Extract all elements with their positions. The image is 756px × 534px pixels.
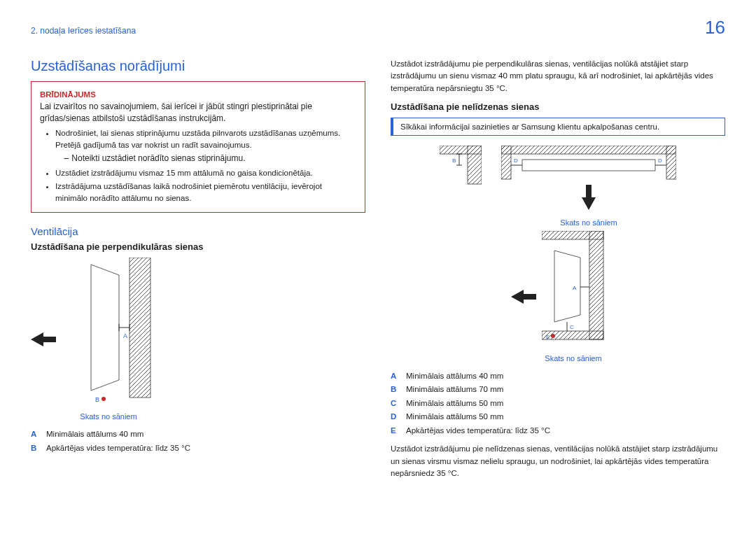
legend-1-b: B Apkārtējas vides temperatūra: līdz 35 …: [31, 442, 365, 456]
figure-2-label-b: B: [452, 157, 456, 164]
section-title: Uzstādīšanas norādījumi: [31, 58, 365, 74]
svg-rect-0: [130, 258, 150, 398]
arrow-down-icon: [582, 186, 596, 214]
indented-heading: Uzstādīšana pie nelīdzenas sienas: [391, 101, 725, 112]
figure-2-label-d1: D: [514, 157, 518, 164]
legend-2-d-text: Minimālais attālums 50 mm: [406, 410, 503, 424]
legend-2-d: DMinimālais attālums 50 mm: [391, 410, 725, 424]
figure-1: A B Skats no sāniem: [63, 258, 154, 421]
right-column: Uzstādot izstrādājumu pie perpendikulāra…: [391, 58, 725, 482]
warning-intro: Lai izvairītos no savainojumiem, šai ier…: [40, 101, 356, 125]
figure-2-label-c: C: [570, 324, 574, 330]
legend-2-e-text: Apkārtējas vides temperatūra: līdz 35 °C: [406, 424, 550, 438]
figure-2-label-d2: D: [658, 157, 662, 164]
legend-2-c-key: C: [391, 397, 400, 411]
legend-2-c: CMinimālais attālums 50 mm: [391, 397, 725, 411]
arrow-left-icon-2: [511, 290, 536, 304]
legend-2-a-key: A: [391, 370, 400, 384]
figure-1-caption: Skats no sāniem: [63, 412, 154, 421]
figure-2-side: B: [440, 146, 482, 186]
figure-1-label-b: B: [95, 396, 99, 403]
svg-marker-1: [91, 265, 119, 391]
figure-2-label-e: E: [546, 334, 550, 340]
figure-2-side-caption: Skats no sāniem: [545, 354, 601, 363]
ventilation-heading: Ventilācija: [31, 225, 365, 237]
warning-sub-bullet: Noteikti uzstādiet norādīto sienas stipr…: [55, 153, 356, 164]
figure-2-container: B D D: [391, 146, 725, 363]
warning-box: BRĪDINĀJUMS Lai izvairītos no savainojum…: [31, 81, 365, 213]
warning-bullet-1: Nodrošiniet, lai sienas stiprinājumu uzs…: [55, 127, 356, 150]
legend-2-a: AMinimālais attālums 40 mm: [391, 370, 725, 384]
legend-1-a-key: A: [31, 428, 41, 442]
svg-rect-11: [501, 146, 676, 154]
right-intro: Uzstādot izstrādājumu pie perpendikulāra…: [391, 58, 725, 94]
figure-2-side-svg: A C E: [542, 231, 605, 350]
page-number: 16: [705, 17, 725, 38]
info-box: Sīkākai informācijai sazinieties ar Sams…: [391, 118, 725, 136]
legend-1: A Minimālais attālums 40 mm B Apkārtējas…: [31, 428, 365, 455]
left-column: Uzstādīšanas norādījumi BRĪDINĀJUMS Lai …: [31, 58, 365, 482]
svg-point-23: [551, 334, 555, 338]
legend-2-c-text: Minimālais attālums 50 mm: [406, 397, 503, 411]
warning-label: BRĪDINĀJUMS: [40, 89, 356, 101]
figure-1-row: A B Skats no sāniem: [31, 258, 365, 421]
legend-2-d-key: D: [391, 410, 400, 424]
svg-rect-13: [666, 146, 676, 179]
figure-2-bottom-row: A C E Skats no sāniem: [511, 231, 605, 363]
figure-2-label-a: A: [573, 285, 577, 291]
svg-marker-20: [554, 251, 580, 322]
figure-2-plan: D D Skats no sāniem: [501, 146, 676, 227]
warning-bullet-3: Izstrādājuma uzstādīšanas laikā nodrošin…: [55, 181, 356, 204]
legend-2-b-key: B: [391, 383, 400, 397]
legend-2-e: EApkārtējas vides temperatūra: līdz 35 °…: [391, 424, 725, 438]
legend-1-b-text: Apkārtējas vides temperatūra: līdz 35 °C: [46, 442, 190, 456]
legend-2-b-text: Minimālais attālums 70 mm: [406, 383, 503, 397]
svg-rect-7: [468, 146, 482, 184]
chapter-label: 2. nodaļa Ierīces iestatīšana: [31, 26, 136, 36]
legend-2-e-key: E: [391, 424, 400, 438]
right-outro: Uzstādot izstrādājumu pie nelīdzenas sie…: [391, 443, 725, 479]
figure-2-top-row: B D D: [440, 146, 676, 227]
arrow-left-icon: [31, 332, 56, 346]
figure-2-plan-caption: Skats no sāniem: [560, 218, 617, 227]
svg-rect-18: [589, 231, 603, 339]
legend-2-b: BMinimālais attālums 70 mm: [391, 383, 725, 397]
page-header: 2. nodaļa Ierīces iestatīšana 16: [31, 17, 725, 38]
figure-2-side-full: A C E Skats no sāniem: [542, 231, 605, 363]
legend-2-a-text: Minimālais attālums 40 mm: [406, 370, 503, 384]
figure-1-label-a: A: [123, 332, 127, 339]
perpendicular-heading: Uzstādīšana pie perpendikulāras sienas: [31, 241, 365, 252]
legend-1-a-text: Minimālais attālums 40 mm: [46, 428, 144, 442]
legend-2: AMinimālais attālums 40 mm BMinimālais a…: [391, 370, 725, 438]
figure-1-svg: A B: [63, 258, 154, 408]
warning-bullet-2: Uzstādiet izstrādājumu vismaz 15 mm attā…: [55, 167, 356, 179]
legend-1-a: A Minimālais attālums 40 mm: [31, 428, 365, 442]
svg-rect-14: [522, 160, 655, 171]
svg-rect-12: [501, 146, 511, 179]
content-columns: Uzstādīšanas norādījumi BRĪDINĀJUMS Lai …: [31, 58, 725, 482]
figure-2-side-top-svg: B: [440, 146, 482, 186]
svg-point-5: [102, 397, 106, 401]
legend-1-b-key: B: [31, 442, 41, 456]
figure-2-plan-svg: D D: [501, 146, 676, 186]
